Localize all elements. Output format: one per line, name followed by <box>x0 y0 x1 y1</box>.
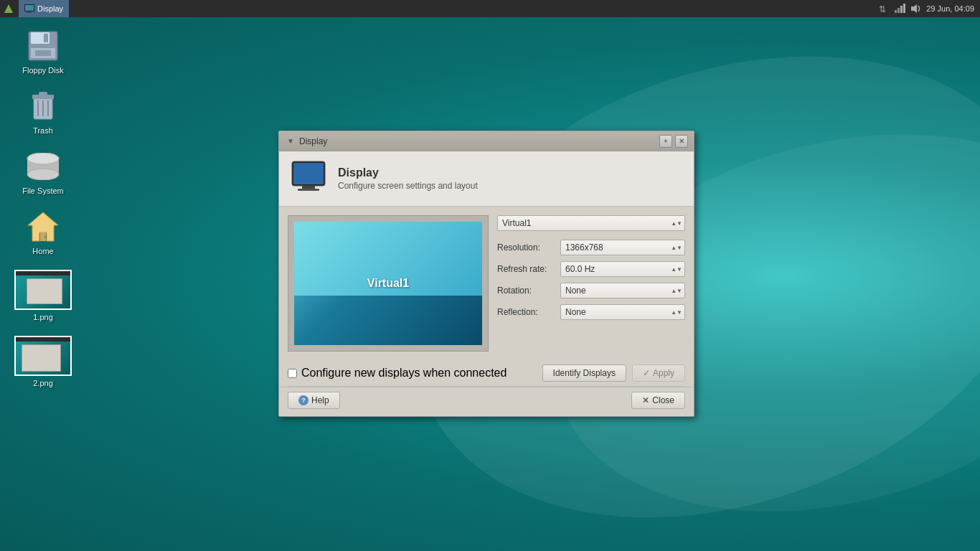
rotation-select[interactable]: None <box>560 283 685 298</box>
display-icon <box>291 160 326 194</box>
dialog-menu-button[interactable]: ▼ <box>285 136 296 147</box>
resolution-row: Resolution: 980x551 <box>497 240 685 255</box>
dialog-maximize-button[interactable]: + <box>659 135 672 148</box>
dialog-title-buttons: + ✕ <box>659 135 688 148</box>
help-circle-icon: ? <box>298 395 308 405</box>
svg-rect-7 <box>897 8 900 13</box>
resolution-label: Resolution: <box>497 242 555 253</box>
network-down-icon[interactable]: ⇅ <box>879 3 890 14</box>
settings-panel: Virtual1 Resolution: 980x551 <box>497 215 685 352</box>
refresh-label: Refresh rate: <box>497 264 555 274</box>
volume-speaker-icon <box>910 4 922 14</box>
close-button-label: Close <box>652 395 674 405</box>
identify-displays-button[interactable]: Identify Displays <box>542 364 626 382</box>
dialog-title: Display <box>299 136 327 146</box>
dialog-overlay: ▼ Display + ✕ <box>0 0 980 551</box>
taskbar-right: ⇅ 29 Jun, 04:09 <box>879 3 980 14</box>
apply-button[interactable]: ✓ Apply <box>632 364 685 382</box>
monitor-screen-label: Virtual1 <box>367 277 409 290</box>
taskbar: Display ⇅ <box>0 0 980 17</box>
reflection-row: Reflection: None <box>497 304 685 320</box>
monitor-select-row: Virtual1 <box>497 215 685 231</box>
close-button[interactable]: ✕ Close <box>631 392 685 409</box>
svg-marker-10 <box>911 4 917 13</box>
reflection-select[interactable]: None <box>560 304 685 320</box>
taskbar-menu-button[interactable] <box>0 0 17 17</box>
rotation-row: Rotation: None <box>497 283 685 298</box>
monitor-screen: Virtual1 <box>294 222 482 345</box>
svg-rect-6 <box>895 10 897 13</box>
svg-rect-30 <box>293 163 324 184</box>
svg-rect-2 <box>25 5 34 11</box>
dialog-header-title: Display <box>338 166 478 179</box>
desktop: Display ⇅ <box>0 0 980 551</box>
help-button-label: Help <box>311 395 329 405</box>
svg-rect-3 <box>28 11 31 12</box>
svg-rect-31 <box>302 186 315 189</box>
dialog-close-title-button[interactable]: ✕ <box>675 135 688 148</box>
resolution-select[interactable]: 980x551 <box>560 240 685 255</box>
dialog-titlebar: ▼ Display + ✕ <box>279 131 694 151</box>
svg-marker-0 <box>4 4 13 13</box>
taskbar-time: 29 Jun, 04:09 <box>926 4 974 13</box>
refresh-control: 60.0 Hz <box>560 261 685 277</box>
network-icon: ⇅ <box>879 4 890 14</box>
network-icon[interactable] <box>895 3 906 14</box>
dialog-header-text: Display Configure screen settings and la… <box>338 166 478 191</box>
svg-rect-9 <box>903 4 905 13</box>
volume-icon[interactable] <box>910 3 922 14</box>
rotation-label: Rotation: <box>497 286 555 296</box>
configure-displays-label[interactable]: Configure new displays when connected <box>301 367 507 380</box>
taskbar-app-label: Display <box>37 4 63 13</box>
monitor-select-wrapper: Virtual1 <box>497 215 685 231</box>
checkbox-area: Configure new displays when connected <box>288 367 507 380</box>
dialog-header-icon <box>291 160 328 197</box>
taskbar-left: Display <box>0 0 879 17</box>
dialog-title-left: ▼ Display <box>285 136 327 147</box>
display-dialog: ▼ Display + ✕ <box>278 131 694 417</box>
svg-rect-8 <box>900 6 903 13</box>
dialog-buttons-row: Configure new displays when connected Id… <box>279 360 694 386</box>
refresh-row: Refresh rate: 60.0 Hz <box>497 261 685 277</box>
apply-button-label: Apply <box>653 368 674 378</box>
dialog-footer: ? Help ✕ Close <box>279 387 694 416</box>
monitor-small-icon <box>24 4 34 13</box>
configure-displays-checkbox[interactable] <box>288 369 297 378</box>
apply-checkmark-icon: ✓ <box>643 368 650 378</box>
rotation-control: None <box>560 283 685 298</box>
svg-rect-32 <box>298 189 319 191</box>
refresh-select[interactable]: 60.0 Hz <box>560 261 685 277</box>
resolution-control: 980x551 <box>560 240 685 255</box>
help-button[interactable]: ? Help <box>288 392 340 409</box>
close-x-icon: ✕ <box>642 395 649 405</box>
monitor-preview: Virtual1 <box>288 215 489 352</box>
taskbar-app-display[interactable]: Display <box>19 0 69 17</box>
reflection-label: Reflection: <box>497 307 555 317</box>
network-signal-icon <box>895 4 906 14</box>
monitor-select[interactable]: Virtual1 <box>497 215 685 231</box>
svg-rect-4 <box>27 12 32 13</box>
dialog-header: Display Configure screen settings and la… <box>279 151 694 207</box>
reflection-control: None <box>560 304 685 320</box>
dialog-header-subtitle: Configure screen settings and layout <box>338 181 478 191</box>
action-buttons: Identify Displays ✓ Apply <box>542 364 685 382</box>
svg-text:⇅: ⇅ <box>879 4 886 14</box>
dialog-body: Virtual1 Virtual1 Re <box>279 207 694 360</box>
